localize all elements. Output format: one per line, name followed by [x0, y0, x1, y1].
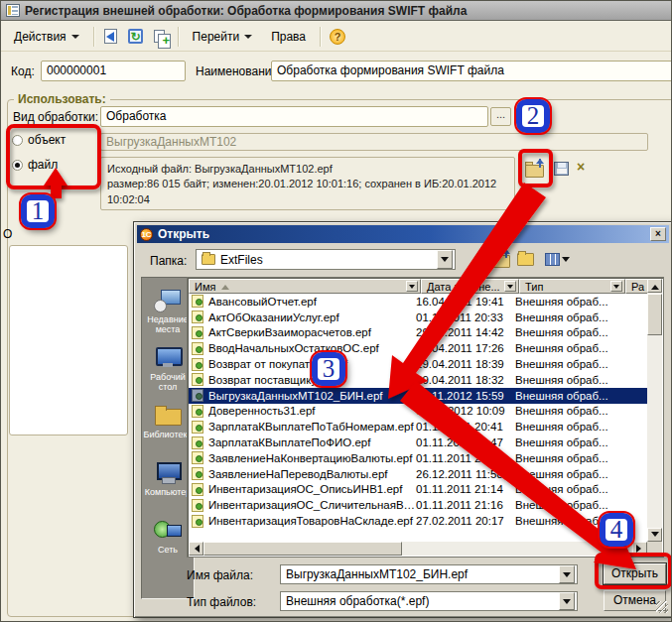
scroll-up-button[interactable] [647, 279, 662, 293]
dropdown-button[interactable] [437, 250, 453, 269]
scroll-down-button[interactable] [647, 528, 662, 542]
load-from-file-button[interactable] [524, 158, 546, 180]
step-badge-1: 1 [21, 194, 55, 228]
radio-file[interactable]: файл [12, 158, 58, 172]
file-list: Имя Дата измене... Тип Ра АвансовыйОтчет… [187, 277, 664, 558]
name-field[interactable]: Обработка формирования SWIFT файла [271, 61, 672, 81]
file-type: Внешняя обраб... [515, 483, 647, 495]
file-type: Внешняя обраб... [515, 436, 647, 448]
dropdown-button[interactable] [559, 565, 575, 583]
file-type: Внешняя обраб... [515, 374, 647, 386]
kind-label: Вид обработки: [13, 110, 98, 124]
file-row[interactable]: Возврат от покупателя.epf29.04.2011 18:3… [189, 356, 647, 372]
file-type: Внешняя обраб... [515, 421, 647, 433]
file-name: ИнвентаризацияТоваровНаСкладе.epf [208, 515, 416, 527]
code-label: Код: [11, 64, 35, 78]
filename-label: Имя файла: [187, 568, 253, 582]
main-window-icon [6, 4, 20, 17]
back-icon[interactable] [470, 254, 485, 266]
scroll-left-button[interactable] [189, 542, 203, 556]
help-button[interactable]: ? [327, 26, 348, 48]
save-button[interactable] [100, 26, 122, 48]
resize-grip[interactable] [656, 601, 668, 613]
up-one-level-icon[interactable] [491, 251, 511, 268]
scroll-thumb[interactable] [203, 542, 402, 556]
file-name: ВводНачальныхОстатковОС.epf [208, 342, 416, 354]
comment-textarea[interactable] [9, 245, 128, 435]
file-date: 01.11.2011 21:16 [416, 499, 515, 511]
filetype-combobox[interactable]: Внешняя обработка(*.epf) [280, 591, 578, 611]
epf-file-icon [192, 311, 203, 323]
file-row[interactable]: ВводНачальныхОстатковОС.epf29.04.2011 17… [189, 340, 647, 356]
filter-dropdown-button[interactable] [504, 281, 516, 292]
scroll-right-button[interactable] [632, 542, 647, 556]
kind-choose-button[interactable]: ... [490, 107, 511, 126]
dropdown-button[interactable] [559, 592, 575, 610]
file-row[interactable]: АктОбОказанииУслуг.epf01.11.2011 20:33Вн… [189, 310, 647, 325]
file-date: 29.04.2011 18:39 [416, 358, 515, 370]
open-dialog: 1С Открыть × Папка: ExtFiles Недавние ме… [133, 221, 672, 618]
file-row[interactable]: АвансовыйОтчет.epf16.04.2011 19:41Внешня… [189, 294, 647, 310]
folder-combobox[interactable]: ExtFiles [196, 249, 456, 270]
file-row[interactable]: ЗаявлениеНаПереводВалюты.epf26.12.2011 1… [189, 466, 647, 482]
file-row[interactable]: ИнвентаризацияОС_ОписьИНВ1.epf01.11.2011… [189, 482, 647, 498]
file-type: Внешняя обраб... [515, 468, 647, 480]
epf-file-icon [192, 342, 203, 355]
reread-button[interactable]: ↻ [125, 26, 147, 48]
file-row[interactable]: ЗарплатаКВыплатеПоФИО.epf01.11.2011 20:4… [189, 435, 647, 450]
main-toolbar: Действия ↻ Перейти Права ? [1, 22, 672, 52]
scroll-thumb[interactable] [647, 294, 662, 335]
folder-open-icon [525, 161, 545, 178]
file-name: ЗарплатаКВыплатеПоТабНомерам.epf [208, 421, 416, 433]
file-type: Внешняя обраб... [515, 499, 647, 511]
folder-label: Папка: [150, 254, 187, 268]
open-button[interactable]: Открыть [604, 563, 666, 584]
file-type: Внешняя обраб... [515, 326, 647, 338]
goto-menu-button[interactable]: Перейти [185, 25, 261, 49]
chevron-down-icon [71, 35, 79, 43]
column-header-name[interactable]: Имя [189, 279, 421, 294]
network-icon [153, 518, 183, 543]
file-row[interactable]: ИнвентаризацияТоваровНаСкладе.epf27.02.2… [189, 513, 647, 529]
file-type: Внешняя обраб... [515, 311, 647, 323]
actions-menu-button[interactable]: Действия [6, 25, 87, 49]
kind-field[interactable]: Обработка [100, 106, 488, 127]
clear-file-button[interactable]: × [577, 160, 585, 174]
filter-dropdown-button[interactable] [406, 281, 418, 292]
radio-circle [12, 135, 23, 146]
file-row[interactable]: ЗаявлениеНаКонвертациюВалюты.epf01.11.20… [189, 450, 647, 466]
comment-label-fragment: О [3, 227, 12, 241]
file-list-rows: АвансовыйОтчет.epf16.04.2011 19:41Внешня… [189, 294, 647, 542]
rights-button[interactable]: Права [263, 25, 314, 49]
step-badge-3: 3 [312, 352, 345, 386]
file-row-selected[interactable]: ВыгрузкаДанныхМТ102_БИН.epf21.11.2012 15… [189, 388, 647, 404]
step-badge-4: 4 [600, 513, 633, 547]
save-to-file-button[interactable] [554, 162, 569, 176]
views-menu-button[interactable] [545, 253, 570, 266]
column-header-date[interactable]: Дата измене... [421, 279, 519, 294]
recent-places-icon [153, 288, 183, 312]
code-field[interactable]: 000000001 [41, 61, 186, 81]
file-row[interactable]: Доверенность31.epf08.06.2012 10:09Внешня… [189, 404, 647, 420]
vertical-scrollbar[interactable] [647, 279, 662, 542]
filename-combobox[interactable]: ВыгрузкаДанныхМТ102_БИН.epf [280, 564, 578, 584]
file-row[interactable]: Возврат поставщику.epf29.04.2011 18:32Вн… [189, 372, 647, 388]
copy-button[interactable] [150, 26, 172, 48]
epf-file-icon [192, 405, 203, 418]
column-header-type[interactable]: Тип [519, 279, 625, 294]
epf-file-icon [192, 295, 203, 308]
file-name: ИнвентаризацияОС_ОписьИНВ1.epf [208, 483, 416, 495]
filter-dropdown-button[interactable] [610, 281, 622, 292]
epf-file-icon [192, 467, 203, 480]
close-icon[interactable]: × [650, 227, 666, 241]
dialog-title: Открыть [158, 227, 209, 241]
epf-file-icon [192, 499, 203, 512]
new-folder-icon[interactable] [517, 253, 534, 266]
file-name: АктСверкиВзаиморасчетов.epf [208, 326, 416, 338]
object-name-field[interactable]: ВыгрузкаДанныхМТ102 [100, 133, 648, 151]
file-row[interactable]: АктСверкиВзаиморасчетов.epf29.04.2011 14… [189, 325, 647, 341]
file-row[interactable]: ИнвентаризацияОС_СличительнаяВед...01.11… [189, 497, 647, 513]
radio-object[interactable]: объект [12, 133, 66, 147]
horizontal-scrollbar[interactable] [189, 542, 647, 556]
file-row[interactable]: ЗарплатаКВыплатеПоТабНомерам.epf01.11.20… [189, 419, 647, 435]
